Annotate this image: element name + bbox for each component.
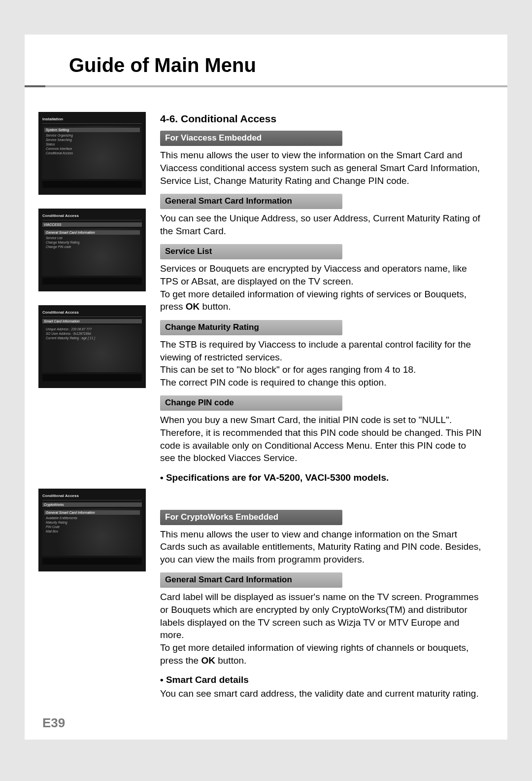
text: button. [215,655,246,666]
text: button. [200,301,231,312]
bar-service-list: Service List [160,244,342,259]
tv-item: Change PIN code [44,245,140,249]
tv-item: Service Organizing [44,133,140,138]
paragraph: To get more detailed information of view… [160,641,483,667]
tv-title: Conditional Access [42,310,142,315]
bar-gsci: General Smart Card Information [160,194,342,209]
spacer [38,402,160,475]
tv-subtitle: Smart Card Information [42,319,142,323]
section-heading: 4-6. Conditional Access [160,112,483,126]
tv-item: Available Entitlements [44,516,140,520]
bar-maturity: Change Maturity Rating [160,320,342,335]
content-columns: Installation System Setting Service Orga… [25,87,507,707]
bar-viaccess: For Viaccess Embedded [160,131,342,146]
page-background: Guide of Main Menu Installation System S… [0,0,532,781]
page-number: E39 [42,715,65,731]
paragraph: You can see smart card address, the vali… [160,687,483,700]
page-header: Guide of Main Menu [25,35,507,87]
spec-note: • Specifications are for VA-5200, VACI-5… [160,471,483,484]
tv-screenshot-cryptoworks-menu: Conditional Access CryptoWorks General S… [38,489,146,571]
tv-row: Unique Address : 230 08 87 777 [44,327,140,331]
tv-highlight: System Setting [44,128,140,132]
tv-subtitle: VIACCESS [42,222,142,227]
tv-screenshot-smartcard-info: Conditional Access Smart Card Informatio… [38,305,146,388]
tv-item: Mail Box [44,529,140,533]
bar-pin: Change PIN code [160,395,342,411]
tv-item: Conditional Access [44,151,140,155]
tv-item: Service List [44,236,140,240]
rule-dark [25,85,45,87]
subheading-smartcard-details: • Smart Card details [160,674,483,686]
document-page: Guide of Main Menu Installation System S… [25,35,507,740]
paragraph: Services or Bouquets are encrypted by Vi… [160,262,483,287]
bar-gsci-crypto: General Smart Card Information [160,572,342,588]
ok-label: OK [201,655,215,666]
paragraph: The STB is required by Viaccess to inclu… [160,338,483,363]
paragraph: The correct PIN code is required to chan… [160,376,483,389]
paragraph: This menu allows the user to view the in… [160,149,483,187]
paragraph: When you buy a new Smart Card, the initi… [160,414,483,464]
ok-label: OK [186,301,200,312]
paragraph: This menu allows the user to view and ch… [160,528,483,566]
paragraph: To get more detailed information of view… [160,288,483,313]
tv-subtitle: CryptoWorks [42,502,142,507]
paragraph: This can be set to "No block" or for age… [160,363,483,376]
tv-title: Installation [42,117,142,121]
text-column: 4-6. Conditional Access For Viaccess Emb… [160,112,507,707]
paragraph: Card label will be displayed as issuer's… [160,591,483,641]
tv-item: Change Maturity Rating [44,240,140,245]
tv-highlight: General Smart Card Information [44,510,140,515]
tv-item: Maturity Rating [44,520,140,525]
tv-screenshot-viaccess-menu: Conditional Access VIACCESS General Smar… [38,209,146,291]
tv-row: SO User Address : 6x1297199d [44,331,140,336]
rule-light [45,85,507,87]
tv-item: Service Searching [44,138,140,142]
tv-row: Current Maturity Rating : age [ 11 ] [44,336,140,340]
tv-item: Common Interface [44,146,140,151]
tv-title: Conditional Access [42,213,142,218]
page-title: Guide of Main Menu [69,54,507,76]
screenshots-column: Installation System Setting Service Orga… [25,112,160,707]
tv-item: Status [44,142,140,146]
bar-cryptoworks: For CryptoWorks Embedded [160,510,342,525]
tv-title: Conditional Access [42,494,142,498]
tv-highlight: General Smart Card Information [44,230,140,235]
tv-screenshot-installation: Installation System Setting Service Orga… [38,112,146,195]
tv-item: PIN Code [44,525,140,529]
paragraph: You can see the Unique Address, so user … [160,212,483,237]
header-rule [25,85,507,87]
